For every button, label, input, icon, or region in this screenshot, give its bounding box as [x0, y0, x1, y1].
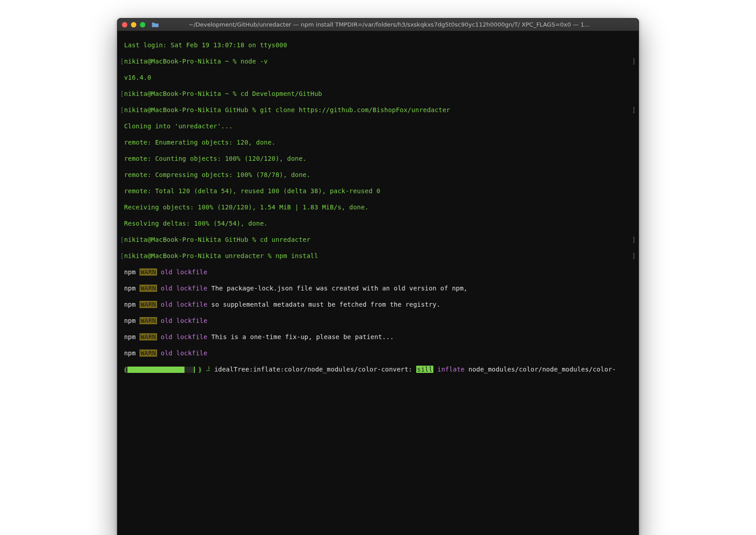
old-lockfile: old lockfile [157, 285, 207, 292]
node-version: v16.4.0 [124, 74, 151, 81]
receiving: Receiving objects: 100% (120/120), 1.54 … [124, 204, 369, 211]
npm-label: npm [124, 301, 136, 308]
bracket-open: [ [120, 236, 124, 243]
enumerating: remote: Enumerating objects: 120, done. [124, 139, 276, 146]
npm-warn-line: npm WARN old lockfile This is a one-time… [120, 333, 636, 341]
terminal-output[interactable]: Last login: Sat Feb 19 13:07:18 on ttys0… [117, 31, 639, 535]
warn-badge: WARN [140, 285, 157, 292]
clone-output: Resolving deltas: 100% (54/54), done. [120, 219, 636, 227]
close-icon[interactable] [122, 22, 127, 27]
prompt-line: [nikita@MacBook-Pro-Nikita GitHub % git … [120, 106, 636, 114]
prompt-line: [nikita@MacBook-Pro-Nikita GitHub % cd u… [120, 236, 636, 244]
command-node-v: node -v [241, 58, 268, 65]
clone-into: Cloning into 'unredacter'... [124, 122, 233, 130]
npm-warn-line: npm WARN old lockfile [120, 268, 636, 276]
bracket-close: ] [632, 106, 636, 114]
warn-msg-3: This is a one-time fix-up, please be pat… [207, 333, 394, 340]
progress-open-icon: ⸨ [124, 366, 127, 373]
command-git-clone: git clone https://github.com/BishopFox/u… [260, 106, 450, 113]
node-version-line: v16.4.0 [120, 73, 636, 82]
bracket-close: ] [632, 252, 636, 260]
npm-label: npm [124, 268, 136, 276]
command-cd-dev: cd Development/GitHub [241, 90, 322, 97]
bracket-open: [ [120, 58, 124, 65]
warn-badge: WARN [140, 317, 157, 324]
old-lockfile: old lockfile [157, 317, 207, 324]
clone-output: remote: Compressing objects: 100% (78/78… [120, 171, 636, 179]
inflate-path: node_modules/color/node_modules/color- [468, 366, 616, 373]
warn-badge: WARN [140, 333, 157, 340]
bracket-open: [ [120, 106, 124, 113]
prompt-3: nikita@MacBook-Pro-Nikita GitHub % [124, 106, 260, 113]
old-lockfile: old lockfile [157, 349, 207, 357]
old-lockfile: old lockfile [157, 301, 207, 308]
prompt-line: [nikita@MacBook-Pro-Nikita ~ % node -v] [120, 57, 636, 65]
prompt-1: nikita@MacBook-Pro-Nikita ~ % [124, 58, 241, 65]
traffic-lights [122, 22, 145, 27]
titlebar[interactable]: ~/Development/GitHub/unredacter — npm in… [117, 18, 639, 31]
bracket-close: ] [632, 236, 636, 244]
clone-output: remote: Total 120 (delta 54), reused 100… [120, 187, 636, 195]
prompt-5: nikita@MacBook-Pro-Nikita unredacter % [124, 252, 276, 259]
command-cd-unredacter: cd unredacter [260, 236, 310, 243]
compressing: remote: Compressing objects: 100% (78/78… [124, 171, 310, 178]
clone-output: Cloning into 'unredacter'... [120, 122, 636, 130]
npm-warn-line: npm WARN old lockfile so supplemental me… [120, 300, 636, 308]
warn-badge: WARN [140, 349, 157, 357]
command-npm-install: npm install [275, 252, 318, 259]
clone-output: remote: Counting objects: 100% (120/120)… [120, 154, 636, 163]
npm-warn-line: npm WARN old lockfile [120, 317, 636, 325]
progress-bar [127, 367, 195, 373]
minimize-icon[interactable] [131, 22, 136, 27]
old-lockfile: old lockfile [157, 268, 207, 276]
npm-label: npm [124, 333, 136, 340]
progress-label: idealTree:inflate:color/node_modules/col… [214, 366, 412, 373]
prompt-4: nikita@MacBook-Pro-Nikita GitHub % [124, 236, 260, 243]
npm-label: npm [124, 285, 136, 292]
clone-output: Receiving objects: 100% (120/120), 1.54 … [120, 203, 636, 211]
sill-badge: sill [416, 366, 434, 373]
npm-warn-line: npm WARN old lockfile [120, 349, 636, 357]
total: remote: Total 120 (delta 54), reused 100… [124, 187, 381, 195]
warn-badge: WARN [140, 268, 157, 276]
bracket-open: [ [120, 252, 124, 259]
clone-output: remote: Enumerating objects: 120, done. [120, 138, 636, 146]
resolving: Resolving deltas: 100% (54/54), done. [124, 220, 268, 227]
counting: remote: Counting objects: 100% (120/120)… [124, 155, 307, 162]
spinner-icon: ⸩ ⠼ [195, 366, 214, 373]
prompt-line: [nikita@MacBook-Pro-Nikita ~ % cd Develo… [120, 90, 636, 98]
old-lockfile: old lockfile [157, 333, 207, 340]
window-title: ~/Development/GitHub/unredacter — npm in… [144, 21, 634, 28]
bracket-open: [ [120, 90, 124, 97]
prompt-line: [nikita@MacBook-Pro-Nikita unredacter % … [120, 252, 636, 260]
last-login-line: Last login: Sat Feb 19 13:07:18 on ttys0… [120, 41, 636, 49]
progress-fill [128, 367, 185, 373]
npm-label: npm [124, 317, 136, 324]
prompt-2: nikita@MacBook-Pro-Nikita ~ % [124, 90, 241, 97]
warn-msg-2: so supplemental metadata must be fetched… [207, 301, 441, 308]
warn-msg-1: The package-lock.json file was created w… [207, 285, 468, 292]
npm-warn-line: npm WARN old lockfile The package-lock.j… [120, 284, 636, 292]
terminal-window: ~/Development/GitHub/unredacter — npm in… [117, 18, 639, 535]
npm-label: npm [124, 349, 136, 357]
npm-progress-line: ⸨ ⸩ ⠼ idealTree:inflate:color/node_modul… [120, 365, 636, 373]
last-login-text: Last login: Sat Feb 19 13:07:18 on ttys0… [124, 41, 287, 49]
inflate-label: inflate [433, 366, 468, 373]
bracket-close: ] [632, 57, 636, 65]
warn-badge: WARN [140, 301, 157, 308]
